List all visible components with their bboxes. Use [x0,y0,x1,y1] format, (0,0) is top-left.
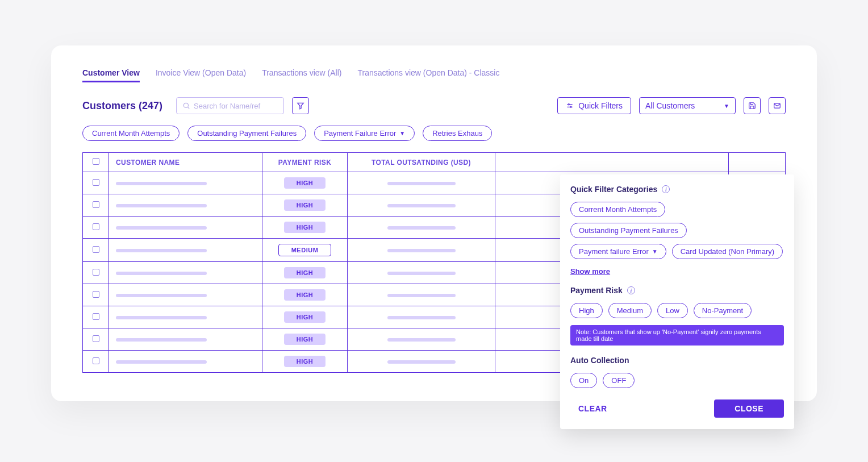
clear-button[interactable]: CLEAR [570,404,607,413]
cell-payment-risk: HIGH [262,262,348,284]
cell-payment-risk: HIGH [262,194,348,217]
header-total-outstanding: TOTAL OUTSATNDING (USD) [348,153,495,172]
svg-point-6 [570,106,571,107]
cell-payment-risk: HIGH [262,217,348,239]
cell-customer-name [109,172,262,194]
row-checkbox[interactable] [83,239,109,262]
search-input[interactable]: Search for Name/ref [176,97,284,114]
close-button[interactable]: CLOSE [714,399,784,418]
category-chip[interactable]: Card Updated (Non Primary) [672,244,783,259]
search-icon [182,102,190,110]
svg-point-0 [183,103,188,107]
row-checkbox[interactable] [83,217,109,239]
category-chip[interactable]: Payment failure Error▼ [570,244,666,259]
view-tabs: Customer View Invoice View (Open Data) T… [82,68,786,82]
header-customer-name: CUSTOMER NAME [109,153,262,172]
cell-customer-name [109,262,262,284]
quick-filters-popup: Quick Filter Categories i Corrent Month … [560,174,794,429]
funnel-icon [297,102,304,110]
risk-chip[interactable]: High [570,303,603,318]
cell-payment-risk: HIGH [262,306,348,328]
quick-filters-button[interactable]: Quick Filters [557,97,631,114]
row-checkbox[interactable] [83,351,109,373]
save-icon [748,102,756,110]
header-payment-risk: PAYMENT RISK [262,153,348,172]
row-checkbox[interactable] [83,262,109,284]
header-blank-1 [495,153,729,172]
category-chip-row: Corrent Month AttemptsOutstanding Paymen… [570,202,784,259]
cell-outstanding [348,351,495,373]
tab-transactions-all[interactable]: Transactions view (All) [262,68,341,82]
categories-label: Quick Filter Categories [570,185,657,194]
cell-outstanding [348,306,495,328]
row-checkbox[interactable] [83,284,109,306]
row-checkbox[interactable] [83,306,109,328]
risk-heading: Payment Risk i [570,286,784,295]
filter-chip[interactable]: Payment Failure Error▼ [314,126,415,141]
category-chip[interactable]: Corrent Month Attempts [570,202,665,217]
tab-customer-view[interactable]: Customer View [82,68,140,82]
categories-heading: Quick Filter Categories i [570,185,784,194]
category-chip[interactable]: Outstanding Payment Failures [570,223,687,238]
row-checkbox[interactable] [83,328,109,351]
cell-customer-name [109,328,262,351]
cell-payment-risk: HIGH [262,172,348,194]
auto-collection-label: Auto Collection [570,356,629,365]
auto-collection-heading: Auto Collection [570,356,784,365]
filter-chip[interactable]: Retries Exhaus [423,126,492,141]
filter-button[interactable] [292,97,309,114]
tab-transactions-classic[interactable]: Transactions view (Open Data) - Classic [357,68,499,82]
cell-payment-risk: HIGH [262,328,348,351]
auto-chip-row: OnOFF [570,373,784,388]
cell-customer-name [109,306,262,328]
cell-customer-name [109,351,262,373]
toolbar: Customers (247) Search for Name/ref Quic… [82,97,786,114]
cell-customer-name [109,284,262,306]
sliders-icon [566,102,574,110]
segment-value: All Customers [645,101,695,110]
auto-chip[interactable]: On [570,373,597,388]
no-payment-note: Note: Customers that show up 'No-Payment… [570,325,784,346]
show-more-link[interactable]: Show more [570,267,610,276]
page-title: Customers (247) [82,100,162,112]
chevron-down-icon: ▼ [399,130,405,136]
cell-customer-name [109,239,262,262]
mail-button[interactable] [769,97,786,114]
cell-payment-risk: MEDIUM [262,239,348,262]
cell-payment-risk: HIGH [262,351,348,373]
svg-point-5 [568,104,569,105]
svg-line-1 [188,107,190,109]
cell-payment-risk: HIGH [262,284,348,306]
segment-select[interactable]: All Customers ▼ [639,97,736,114]
filter-chip[interactable]: Outstanding Payment Failures [187,126,306,141]
chevron-down-icon: ▼ [724,103,729,109]
risk-chip[interactable]: Medium [608,303,652,318]
cell-outstanding [348,194,495,217]
risk-chip-row: HighMediumLowNo-Payment [570,303,784,318]
cell-outstanding [348,239,495,262]
popup-footer: CLEAR CLOSE [570,399,784,418]
tab-invoice-view[interactable]: Invoice View (Open Data) [156,68,246,82]
risk-chip[interactable]: Low [657,303,688,318]
cell-customer-name [109,217,262,239]
svg-marker-2 [298,103,304,109]
header-checkbox[interactable] [83,153,109,172]
cell-outstanding [348,262,495,284]
info-icon[interactable]: i [627,286,635,294]
cell-outstanding [348,328,495,351]
risk-label: Payment Risk [570,286,623,295]
auto-chip[interactable]: OFF [603,373,635,388]
row-checkbox[interactable] [83,172,109,194]
main-panel: Customer View Invoice View (Open Data) T… [51,45,817,401]
mail-icon [773,102,781,110]
cell-outstanding [348,172,495,194]
info-icon[interactable]: i [662,185,670,193]
save-button[interactable] [744,97,761,114]
chevron-down-icon: ▼ [652,248,658,255]
search-placeholder: Search for Name/ref [194,102,260,110]
cell-outstanding [348,217,495,239]
risk-chip[interactable]: No-Payment [694,303,752,318]
filter-chip[interactable]: Current Month Attempts [82,126,180,141]
row-checkbox[interactable] [83,194,109,217]
cell-outstanding [348,284,495,306]
